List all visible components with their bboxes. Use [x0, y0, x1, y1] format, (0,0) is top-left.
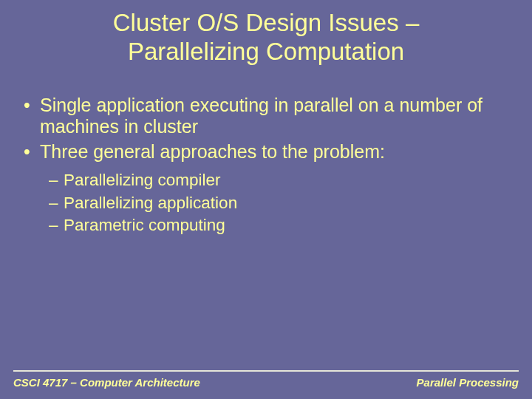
slide: Cluster O/S Design Issues – Parallelizin… — [0, 0, 532, 399]
sub-bullet-item: Parallelizing application — [22, 193, 510, 214]
sub-bullet-text: Parallelizing compiler — [64, 171, 221, 189]
footer-divider — [13, 370, 519, 372]
bullet-text: Single application executing in parallel… — [40, 95, 482, 137]
sub-bullet-text: Parametric computing — [64, 216, 225, 234]
sub-bullet-group: Parallelizing compiler Parallelizing app… — [22, 170, 510, 235]
sub-bullet-item: Parametric computing — [22, 215, 510, 236]
footer-right: Parallel Processing — [417, 376, 519, 389]
title-line-1: Cluster O/S Design Issues – — [113, 9, 420, 36]
slide-content: Single application executing in parallel… — [0, 66, 532, 236]
bullet-item: Three general approaches to the problem: — [22, 141, 510, 163]
footer-left: CSCI 4717 – Computer Architecture — [13, 376, 200, 389]
slide-footer: CSCI 4717 – Computer Architecture Parall… — [0, 370, 532, 389]
bullet-item: Single application executing in parallel… — [22, 95, 510, 138]
footer-row: CSCI 4717 – Computer Architecture Parall… — [13, 376, 519, 389]
sub-bullet-text: Parallelizing application — [64, 194, 237, 212]
bullet-text: Three general approaches to the problem: — [40, 141, 385, 162]
title-line-2: Parallelizing Computation — [128, 38, 404, 65]
sub-bullet-item: Parallelizing compiler — [22, 170, 510, 191]
slide-title: Cluster O/S Design Issues – Parallelizin… — [0, 0, 532, 66]
